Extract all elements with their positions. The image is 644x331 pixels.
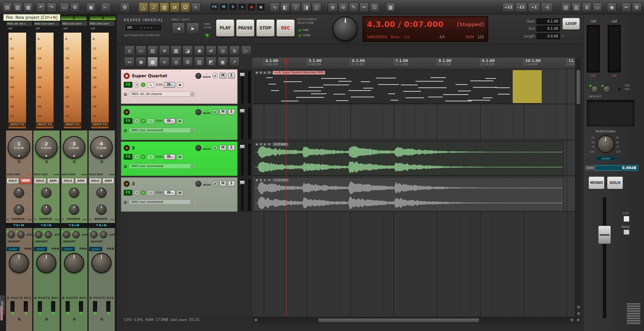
snap-toggle-icon[interactable]: ◉: [194, 46, 205, 56]
start-value[interactable]: 6.1.00: [536, 19, 560, 24]
fade-icon[interactable]: ◩: [206, 57, 216, 67]
slider-handle-icon[interactable]: [127, 26, 133, 29]
rate-value[interactable]: 1.0: [404, 35, 409, 39]
record-arm-button[interactable]: [124, 145, 130, 151]
monitor-button[interactable]: ▶: [177, 118, 183, 124]
playrate-knob[interactable]: [333, 16, 358, 41]
zoom-vertical-icon[interactable]: ⊕: [576, 305, 582, 309]
freeze-icon[interactable]: ▩: [386, 2, 396, 12]
pause-button[interactable]: PAUSE: [236, 19, 255, 37]
phase-button[interactable]: ø: [212, 109, 218, 115]
master-fx-inset[interactable]: [587, 100, 634, 126]
add-send-icon[interactable]: ⊕: [88, 317, 115, 322]
autopunch-items-toggle[interactable]: ITEMS: [299, 34, 311, 37]
mixer-midi-route[interactable]: MIDI (not conn: [89, 21, 115, 26]
fx-grid-icon[interactable]: ▦: [171, 46, 181, 56]
envelope-button[interactable]: ∿: [147, 118, 154, 124]
lock-toggle-icon[interactable]: ◫: [312, 2, 321, 12]
mute-button[interactable]: M: [219, 73, 226, 79]
monitor-button[interactable]: ▶: [177, 190, 183, 196]
redo-icon[interactable]: ↷: [47, 2, 56, 12]
monitor-knob[interactable]: [14, 205, 24, 215]
stop-chip[interactable]: ■: [257, 3, 265, 11]
input-button[interactable]: IN▾: [164, 154, 175, 160]
solo-button[interactable]: S: [228, 145, 235, 151]
sequence-chip[interactable]: ≡: [238, 3, 246, 11]
scissors-icon[interactable]: ✂: [621, 2, 631, 12]
route-bus-label[interactable]: Ø ROUTE BUS: [6, 296, 33, 300]
fx-bypass-button[interactable]: ⊘: [134, 118, 139, 124]
master-fader-handle[interactable]: [598, 225, 611, 244]
fx-bypass-button[interactable]: ⊘: [134, 82, 139, 87]
input-button[interactable]: IN▾: [164, 118, 175, 124]
mouse-modifiers-icon[interactable]: ⚙: [120, 2, 130, 12]
insert-knob-1[interactable]: [35, 231, 42, 238]
action-icon[interactable]: ▷: [241, 46, 251, 56]
monitor-small-icon[interactable]: ▥: [194, 57, 205, 67]
midi-input-selector[interactable]: MIDI (not connected)▾: [129, 199, 195, 205]
arrow-icon[interactable]: ↗: [229, 57, 240, 67]
envelope-icon[interactable]: ∿: [270, 2, 280, 12]
vertical-scrollbar-handle[interactable]: [576, 70, 581, 104]
pan-knob[interactable]: [9, 253, 29, 273]
bypass-icon[interactable]: ⊗: [88, 159, 115, 164]
zoom-vertical-icon-2[interactable]: ⊕: [576, 311, 582, 316]
pan-value[interactable]: center: [89, 247, 102, 251]
monitoring-icon[interactable]: ◉: [607, 2, 617, 12]
input-fx-button[interactable]: INPUT FX: [63, 122, 82, 127]
open-project-icon[interactable]: ▧: [13, 2, 23, 12]
project-settings-icon[interactable]: ⚙: [70, 2, 80, 12]
grid-settings-icon[interactable]: ⌗: [191, 2, 201, 12]
track-volume-knob[interactable]: [195, 109, 201, 115]
input-fx-button[interactable]: INPUT FX: [91, 122, 109, 127]
mute-icon[interactable]: M: [259, 178, 263, 182]
pan-knob[interactable]: [91, 253, 112, 273]
region-icon[interactable]: ◨: [301, 2, 311, 12]
monitor-knob[interactable]: [69, 205, 79, 215]
play-button[interactable]: PLAY: [216, 19, 234, 37]
midi-editor-icon[interactable]: ♪: [149, 2, 159, 12]
channel-volume-knob[interactable]: 10.00dB: [8, 136, 30, 159]
fx-icon[interactable]: FX: [267, 143, 271, 146]
track-panel-4[interactable]: 3∷ROUTEøMSFX⊘∿trimIN▾▶▦MIDI (not connect…: [121, 177, 238, 212]
input-fx-button[interactable]: INPUT FX: [35, 122, 54, 127]
grid-toggle-icon[interactable]: ▤: [147, 46, 158, 56]
track-panel-2[interactable]: ∷ROUTEøMSFX⊘∿trimIN▾▶▦MIDI (not connecte…: [121, 106, 238, 140]
midi-input-selector[interactable]: MIDI (not connected)▾: [129, 128, 195, 133]
media-item-wav[interactable]: ▪M≡FX<<3.wav: [254, 141, 564, 176]
track-name[interactable]: 3: [132, 181, 135, 186]
mute-button[interactable]: M: [219, 109, 226, 115]
freeze-track-icon[interactable]: ◎: [217, 46, 228, 56]
zoom-out-icon[interactable]: ⊖: [338, 2, 348, 12]
track-volume-knob[interactable]: [195, 73, 201, 79]
mute-chip[interactable]: M: [219, 3, 228, 11]
monitor-button[interactable]: ▶: [177, 82, 183, 88]
media-item-properties-icon[interactable]: ▣: [86, 2, 96, 12]
pan-value[interactable]: center: [62, 247, 75, 251]
horizontal-scrollbar-handle[interactable]: [318, 318, 479, 323]
track-fader-handle-1[interactable]: [240, 72, 245, 77]
lock-icon[interactable]: ▪: [255, 71, 259, 74]
routing-matrix-icon[interactable]: ⇄: [170, 2, 180, 12]
ruler-mark[interactable]: 4.1.000:06,000: [264, 59, 278, 66]
menu-toggle[interactable]: [623, 230, 630, 235]
envelope-button[interactable]: ∿: [147, 190, 154, 196]
time-signature[interactable]: 4/4: [439, 35, 445, 39]
virtual-keyboard-icon[interactable]: ▤: [561, 2, 571, 12]
list-view-icon[interactable]: ≣: [229, 46, 240, 56]
phase-button[interactable]: ø: [212, 73, 218, 79]
save-project-icon[interactable]: ▦: [23, 2, 33, 12]
new-project-icon[interactable]: ▤: [2, 2, 12, 12]
input-fx-button[interactable]: INPUT FX: [8, 122, 27, 127]
input-fx-led[interactable]: [141, 190, 145, 195]
video-window-icon[interactable]: ▭: [592, 2, 602, 12]
fx-bypass-button[interactable]: ⊘: [134, 190, 139, 195]
metronome-icon[interactable]: △: [139, 2, 148, 12]
autopunch-time-toggle[interactable]: TIME: [299, 29, 309, 32]
solo-button[interactable]: SOLO: [62, 178, 74, 184]
track-name[interactable]: 3: [132, 145, 135, 151]
mute-icon[interactable]: M: [259, 71, 263, 74]
mute-icon[interactable]: M: [259, 143, 263, 146]
solo-button[interactable]: SOLO: [6, 178, 19, 184]
monitor-button[interactable]: ▶: [177, 154, 183, 160]
